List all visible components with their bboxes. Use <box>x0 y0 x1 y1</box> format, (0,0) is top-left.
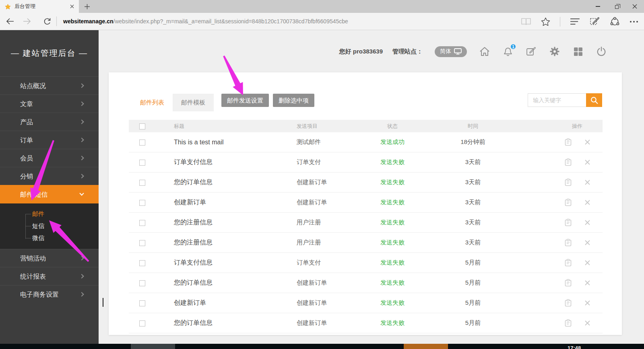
chevron-right-icon <box>79 138 84 142</box>
sidebar-item[interactable]: 站点概况 <box>0 76 99 94</box>
row-checkbox[interactable] <box>139 300 145 306</box>
settings-button[interactable] <box>549 46 560 57</box>
new-tab-button[interactable] <box>83 3 91 10</box>
sidebar-item[interactable]: 订单 <box>0 131 99 149</box>
notifications-button[interactable]: 1 <box>502 46 514 57</box>
row-checkbox[interactable] <box>139 260 145 266</box>
delete-button[interactable] <box>584 159 590 165</box>
tab-email-template[interactable]: 邮件模板 <box>173 94 214 111</box>
select-all-checkbox[interactable] <box>139 123 145 129</box>
restore-button[interactable] <box>607 0 625 13</box>
delete-button[interactable] <box>584 280 590 286</box>
delete-button[interactable] <box>584 179 590 185</box>
back-button[interactable] <box>3 14 17 28</box>
home-icon <box>479 46 490 57</box>
minimize-button[interactable] <box>588 0 607 13</box>
url-field[interactable]: websitemanage.cn/website/index.php?_m=ma… <box>63 18 348 25</box>
delete-button[interactable] <box>584 320 590 326</box>
email-time: 5月前 <box>427 259 519 267</box>
view-log-button[interactable] <box>565 219 572 226</box>
more-options-icon[interactable] <box>630 21 638 23</box>
close-button[interactable] <box>625 0 644 13</box>
row-checkbox[interactable] <box>139 160 145 166</box>
windows-taskbar[interactable]: 17:48 <box>0 344 644 349</box>
view-log-button[interactable] <box>565 259 572 267</box>
taskbar-app-icon[interactable] <box>404 344 448 349</box>
sidebar-subitem[interactable]: 邮件 <box>0 208 99 220</box>
apps-grid-button[interactable] <box>572 46 584 57</box>
email-title: 创建新订单 <box>161 299 284 307</box>
delete-button[interactable] <box>584 260 590 266</box>
sidebar-subitem[interactable]: 微信 <box>0 232 99 244</box>
url-domain: websitemanage.cn <box>63 18 114 25</box>
language-pill-label: 简体 <box>440 48 451 55</box>
sidebar-item[interactable]: 统计报表 <box>0 267 99 285</box>
reading-view-icon[interactable] <box>521 17 531 26</box>
delete-x-icon <box>584 220 590 226</box>
sidebar-item[interactable]: 产品 <box>0 113 99 131</box>
share-icon[interactable] <box>610 16 620 27</box>
delete-button[interactable] <box>584 240 590 246</box>
row-checkbox[interactable] <box>139 200 145 206</box>
tab-email-list[interactable]: 邮件列表 <box>132 94 173 111</box>
view-log-button[interactable] <box>565 299 572 307</box>
edit-button[interactable] <box>526 46 537 57</box>
email-send-settings-button[interactable]: 邮件发送设置 <box>221 94 269 107</box>
row-checkbox[interactable] <box>139 180 145 186</box>
view-log-button[interactable] <box>565 319 572 327</box>
hub-icon[interactable] <box>570 18 580 25</box>
view-log-button[interactable] <box>565 158 572 166</box>
row-checkbox[interactable] <box>139 140 145 146</box>
clipboard-icon <box>565 138 572 146</box>
row-checkbox[interactable] <box>139 240 145 246</box>
row-checkbox[interactable] <box>139 220 145 226</box>
delete-selected-button[interactable]: 删除选中项 <box>273 94 314 107</box>
col-header-ops: 操作 <box>519 123 603 130</box>
sidebar: — 建站管理后台 — 站点概况文章产品订单会员分销邮件/短信邮件短信微信营销活动… <box>0 30 99 344</box>
delete-x-icon <box>584 320 590 326</box>
row-checkbox[interactable] <box>139 280 145 286</box>
email-status: 发送失败 <box>358 279 427 287</box>
view-log-button[interactable] <box>565 239 572 246</box>
email-status: 发送失败 <box>358 158 427 166</box>
text-cursor <box>103 298 103 307</box>
delete-button[interactable] <box>584 220 590 226</box>
web-note-icon[interactable] <box>590 16 600 27</box>
favorites-star-icon[interactable] <box>541 17 550 26</box>
view-log-button[interactable] <box>565 179 572 186</box>
refresh-button[interactable] <box>40 14 54 28</box>
tab-close-icon[interactable] <box>70 4 74 8</box>
email-title: 您的订单信息 <box>161 279 284 287</box>
edit-icon <box>526 46 537 57</box>
forward-button[interactable] <box>20 14 34 28</box>
view-log-button[interactable] <box>565 199 572 206</box>
search-button[interactable] <box>586 93 602 107</box>
restore-icon <box>615 5 619 9</box>
search-input[interactable] <box>528 93 586 107</box>
logout-button[interactable] <box>596 46 607 57</box>
delete-button[interactable] <box>584 300 590 306</box>
sidebar-item[interactable]: 电子商务设置 <box>0 285 99 303</box>
sidebar-item[interactable]: 文章 <box>0 94 99 113</box>
view-log-button[interactable] <box>565 279 572 287</box>
view-log-button[interactable] <box>565 138 572 146</box>
email-title: This is a test mail <box>161 139 284 146</box>
sidebar-item-label: 营销活动 <box>20 255 46 262</box>
browser-tab[interactable]: 后台管理 <box>0 0 79 13</box>
row-checkbox[interactable] <box>139 320 145 326</box>
home-button[interactable] <box>479 46 490 57</box>
clipboard-icon <box>565 259 572 267</box>
taskbar-app-icon[interactable] <box>131 344 175 349</box>
manage-site-label: 管理站点： <box>392 48 423 55</box>
language-pill[interactable]: 简体 <box>435 46 467 57</box>
sidebar-item[interactable]: 邮件/短信 <box>0 185 99 203</box>
search-icon <box>590 96 599 105</box>
sidebar-item[interactable]: 营销活动 <box>0 249 99 267</box>
email-status: 发送失败 <box>358 199 427 206</box>
delete-button[interactable] <box>584 139 590 145</box>
sidebar-item[interactable]: 分销 <box>0 167 99 185</box>
delete-button[interactable] <box>584 199 590 205</box>
sidebar-item[interactable]: 会员 <box>0 149 99 167</box>
sidebar-subitem[interactable]: 短信 <box>0 220 99 232</box>
chevron-right-icon <box>79 256 84 260</box>
